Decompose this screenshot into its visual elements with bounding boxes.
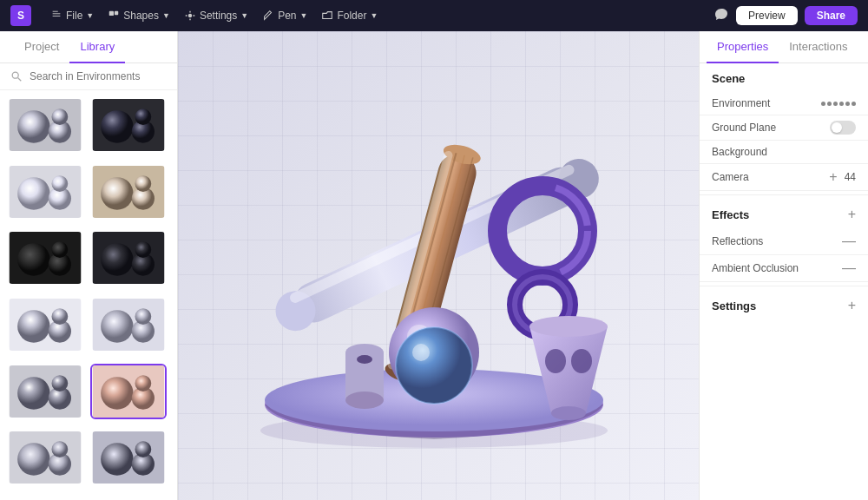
svg-point-81 — [551, 406, 586, 420]
tab-properties[interactable]: Properties — [707, 31, 779, 63]
reflections-label: Reflections — [712, 235, 763, 247]
svg-rect-0 — [53, 11, 58, 12]
gallery-item[interactable] — [7, 297, 83, 352]
svg-point-23 — [135, 175, 152, 192]
gallery-item[interactable] — [7, 230, 83, 286]
shapes-menu-button[interactable]: Shapes ▼ — [102, 7, 175, 24]
effects-section-header: Effects + — [700, 199, 868, 228]
settings-menu-button[interactable]: Settings ▼ — [179, 7, 253, 24]
tab-interactions[interactable]: Interactions — [779, 31, 858, 63]
right-panel: Properties Interactions Scene Environmen… — [699, 31, 868, 500]
ambient-occlusion-row: Ambient Occlusion — — [700, 255, 868, 282]
tab-library[interactable]: Library — [69, 31, 125, 63]
ambient-occlusion-label: Ambient Occlusion — [712, 262, 799, 274]
svg-rect-2 — [53, 16, 61, 16]
svg-point-86 — [357, 355, 372, 364]
svg-point-29 — [101, 243, 134, 276]
divider-2 — [700, 286, 868, 286]
chevron-down-icon: ▼ — [86, 11, 94, 20]
background-label: Background — [712, 146, 767, 158]
gallery-item[interactable] — [90, 364, 167, 419]
dot-3 — [833, 102, 838, 106]
chevron-down-icon: ▼ — [162, 11, 170, 20]
tab-project[interactable]: Project — [14, 31, 69, 63]
search-input[interactable] — [30, 70, 167, 82]
left-tabs: Project Library — [0, 31, 177, 63]
reflections-collapse[interactable]: — — [842, 234, 856, 249]
svg-point-33 — [17, 310, 50, 343]
dot-4 — [839, 102, 844, 106]
svg-point-51 — [52, 442, 69, 458]
app-logo[interactable]: S — [10, 5, 31, 26]
dot-1 — [821, 102, 825, 106]
camera-label: Camera — [712, 171, 749, 183]
svg-point-55 — [135, 442, 152, 458]
settings-label: Settings — [712, 299, 756, 312]
svg-point-47 — [135, 375, 152, 391]
svg-point-49 — [17, 443, 50, 476]
ground-plane-toggle[interactable] — [830, 121, 856, 135]
gallery-item[interactable] — [90, 97, 167, 153]
svg-point-39 — [135, 308, 152, 325]
properties-content: Scene Environment Ground Plane Backgro — [700, 63, 868, 500]
svg-point-9 — [17, 110, 50, 143]
canvas-area[interactable] — [178, 31, 699, 500]
svg-point-85 — [345, 391, 384, 409]
svg-point-43 — [52, 375, 69, 391]
gallery-item[interactable] — [90, 430, 167, 485]
reflections-row: Reflections — — [700, 228, 868, 255]
pen-menu-button[interactable]: Pen ▼ — [257, 7, 312, 24]
scene-label: Scene — [712, 72, 745, 85]
gallery-item[interactable] — [90, 297, 167, 352]
preview-button[interactable]: Preview — [736, 6, 798, 25]
svg-point-53 — [101, 443, 134, 476]
search-bar — [0, 63, 177, 90]
gallery-item[interactable] — [7, 430, 83, 485]
file-menu-button[interactable]: File ▼ — [45, 7, 99, 24]
svg-point-11 — [52, 109, 69, 125]
ground-plane-label: Ground Plane — [712, 122, 776, 134]
svg-point-37 — [101, 310, 134, 343]
svg-point-5 — [188, 14, 192, 17]
ambient-occlusion-collapse[interactable]: — — [842, 260, 856, 276]
environment-row: Environment — [700, 92, 868, 115]
left-panel: Project Library — [0, 31, 178, 500]
camera-value: 44 — [845, 171, 856, 183]
gallery-item[interactable] — [90, 230, 167, 286]
topbar: S File ▼ Shapes ▼ Settings ▼ Pen ▼ Folde… — [0, 0, 868, 31]
scene-section-header: Scene — [700, 63, 868, 92]
gallery-item[interactable] — [90, 164, 167, 220]
effects-add-button[interactable]: + — [848, 207, 856, 221]
gallery-item[interactable] — [7, 364, 83, 419]
svg-rect-3 — [109, 11, 114, 16]
svg-point-35 — [52, 308, 69, 325]
gallery-item[interactable] — [7, 97, 83, 153]
svg-point-21 — [101, 177, 134, 210]
dot-6 — [852, 102, 856, 106]
chevron-down-icon: ▼ — [300, 11, 308, 20]
gallery-item[interactable] — [7, 164, 83, 220]
settings-section-header: Settings + — [700, 290, 868, 319]
svg-line-7 — [18, 78, 22, 82]
svg-point-19 — [52, 175, 69, 192]
share-button[interactable]: Share — [805, 6, 858, 25]
3d-scene — [213, 57, 664, 474]
dot-5 — [845, 102, 850, 106]
right-tabs: Properties Interactions — [700, 31, 868, 63]
environment-options[interactable] — [821, 102, 856, 106]
svg-point-82 — [529, 316, 608, 337]
camera-row: Camera + 44 — [700, 164, 868, 191]
topbar-right: Preview Share — [713, 6, 858, 25]
chat-button[interactable] — [713, 7, 729, 25]
svg-point-78 — [396, 327, 472, 404]
main-layout: Project Library — [0, 31, 868, 500]
svg-point-41 — [17, 377, 50, 410]
chevron-down-icon: ▼ — [240, 11, 248, 20]
settings-add-button[interactable]: + — [848, 299, 856, 312]
svg-point-80 — [571, 349, 592, 373]
folder-menu-button[interactable]: Folder ▼ — [316, 7, 383, 24]
svg-point-15 — [135, 109, 152, 125]
divider-1 — [700, 194, 868, 195]
camera-add-button[interactable]: + — [829, 169, 837, 185]
background-row: Background — [700, 141, 868, 164]
